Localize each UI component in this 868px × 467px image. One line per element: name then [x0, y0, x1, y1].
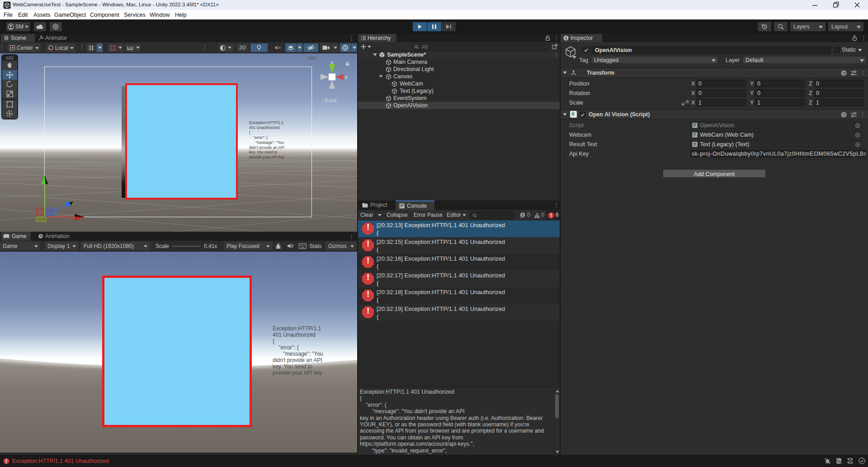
svg-text:x: x: [345, 74, 348, 80]
svg-text:?: ?: [843, 71, 845, 76]
svg-text:?: ?: [843, 112, 845, 117]
